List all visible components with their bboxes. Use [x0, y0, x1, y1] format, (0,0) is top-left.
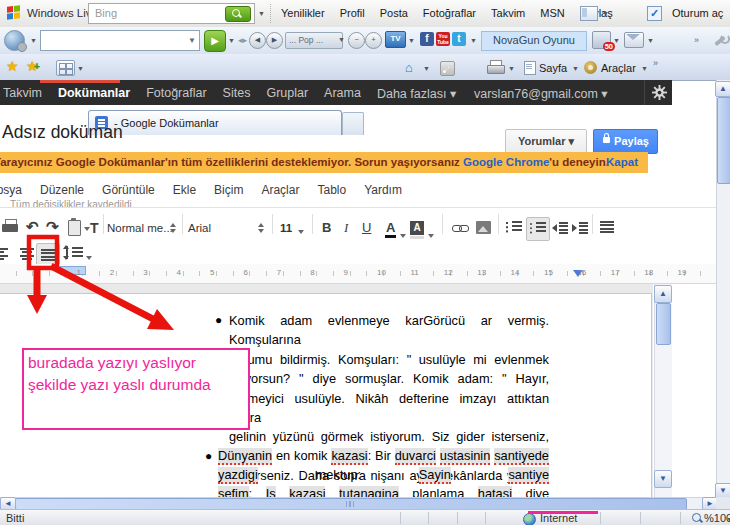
paragraph-style-select[interactable]: Normal me...	[107, 222, 173, 234]
bulleted-list-button[interactable]	[526, 217, 550, 241]
go-dropdown-icon[interactable]: ▼	[228, 37, 235, 44]
media-player-display[interactable]: ... Pop ...	[285, 32, 343, 49]
globe-settings-icon[interactable]	[4, 30, 25, 51]
chrome-link[interactable]: Google Chrome	[463, 156, 549, 168]
misspelled-word[interactable]: Dünyanin	[218, 448, 272, 465]
insert-link-icon[interactable]	[452, 225, 468, 232]
browser-vscrollbar-thumb[interactable]	[717, 97, 730, 184]
wrench-icon[interactable]	[712, 33, 726, 47]
paragraph-2[interactable]: ● Dünyanin en komik kazasi: Bir duvarci …	[203, 447, 549, 498]
page-menu-button[interactable]: Sayfa	[539, 62, 567, 74]
zoom-dropdown-icon[interactable]: ▼	[726, 516, 730, 523]
toolbar-search-input[interactable]: ▼	[40, 30, 200, 51]
twitter-icon[interactable]: t	[452, 32, 466, 46]
doc-text-line[interactable]: Dünyanin en komik kazasi: Bir duvarci us…	[203, 447, 549, 485]
toolbar-pin-icon[interactable]: ◂▸	[238, 35, 247, 45]
web-clipboard-icon[interactable]	[68, 220, 81, 236]
overflow-chevron-icon[interactable]: »	[694, 35, 699, 45]
text-color-dropdown-icon[interactable]	[400, 234, 406, 238]
highlight-dropdown-icon[interactable]	[428, 234, 434, 238]
undo-button[interactable]: ↶	[26, 218, 39, 236]
doc-text-line[interactable]: sefim: Is kazasi tutanagina planlama hat…	[203, 485, 549, 498]
tv-icon[interactable]: TV	[385, 31, 406, 48]
add-favorite-icon[interactable]: ★	[26, 58, 39, 74]
mail-icon[interactable]	[624, 32, 644, 48]
menu-ekle[interactable]: Ekle	[173, 183, 196, 197]
misspelled-word[interactable]: ustasinin	[440, 448, 491, 465]
home-dropdown-icon[interactable]: ▼	[423, 65, 430, 72]
bold-button[interactable]: B	[322, 220, 331, 235]
go-button[interactable]: ▶	[204, 30, 226, 52]
gbar-item-fotograflar[interactable]: Fotoğraflar	[146, 86, 206, 101]
new-tab-stub[interactable]	[342, 112, 364, 135]
doc-text-line[interactable]: durumu bildirmiş. Komşuları: " usulüyle …	[213, 350, 549, 369]
text-color-button[interactable]: A	[386, 220, 395, 235]
doc-scroll-down-icon[interactable]: ▼	[654, 470, 672, 488]
doc-text[interactable]	[451, 467, 509, 482]
youtube-icon[interactable]: You Tube	[436, 32, 450, 46]
doc-text-line[interactable]: görmeyici usulüyle. Nikâh defterine imza…	[213, 389, 549, 428]
media-next-button[interactable]: ▶	[266, 32, 283, 49]
facebook-icon[interactable]: f	[420, 32, 434, 46]
link-profil[interactable]: Profil	[340, 7, 365, 19]
highlight-color-button[interactable]: A	[410, 221, 424, 235]
align-left-button[interactable]	[0, 248, 8, 262]
gbar-item-daha-fazlasi[interactable]: Daha fazlası ▾	[377, 86, 456, 101]
tv-dropdown-icon[interactable]: ▼	[408, 37, 415, 44]
checkbox-icon[interactable]: ✓	[647, 6, 662, 21]
menu-tablo[interactable]: Tablo	[317, 183, 346, 197]
gbar-item-gruplar[interactable]: Gruplar	[266, 86, 308, 101]
spacing-dropdown-icon[interactable]	[86, 256, 92, 260]
paint-format-button[interactable]: T	[90, 220, 99, 236]
share-button[interactable]: Paylaş	[593, 129, 658, 154]
link-msn[interactable]: MSN	[540, 7, 564, 19]
menu-bicim[interactable]: Biçim	[214, 183, 243, 197]
font-size-select[interactable]: 11	[280, 222, 292, 234]
scroll-up-icon[interactable]: ▲	[715, 81, 730, 97]
sign-in-link[interactable]: Oturum aç	[672, 7, 723, 19]
print-button[interactable]	[2, 222, 18, 234]
tab-google-dokumanlar[interactable]: - Google Dokümanlar	[88, 110, 342, 135]
link-fotograflar[interactable]: Fotoğraflar	[423, 7, 476, 19]
numbered-list-button[interactable]	[506, 221, 522, 235]
left-indent-marker[interactable]	[60, 266, 86, 275]
link-takvim[interactable]: Takvim	[491, 7, 525, 19]
account-email[interactable]: varslan76@gmail.com ▾	[474, 86, 608, 101]
doc-text[interactable]: : Bir	[368, 448, 395, 463]
insert-image-icon[interactable]	[476, 221, 491, 234]
menu-duzenle[interactable]: Düzenle	[40, 183, 84, 197]
quick-tabs-icon[interactable]	[56, 60, 75, 76]
doc-text[interactable]: mektup:	[258, 467, 419, 482]
underline-button[interactable]: U	[362, 220, 371, 235]
doc-text-line[interactable]: istiyorsun? " diye sormuşlar. Komik adam…	[213, 369, 549, 388]
justify-icon[interactable]	[600, 221, 614, 235]
search-dropdown-icon[interactable]: ▼	[258, 10, 265, 17]
redo-button[interactable]: ↷	[46, 218, 59, 236]
gbar-item-sites[interactable]: Sites	[223, 86, 251, 101]
page-dropdown-icon[interactable]: ▼	[572, 65, 579, 72]
misspelled-word[interactable]: kazasi	[331, 448, 367, 465]
doc-text-line[interactable]: Komik adam evlenmeye karGörücü ar vermiş…	[213, 311, 549, 350]
volume-down-button[interactable]: −	[348, 32, 365, 49]
comments-button[interactable]: Yorumlar ▾	[505, 129, 587, 154]
misspelled-word[interactable]: Sayin	[419, 467, 451, 484]
quick-tabs-dropdown-icon[interactable]: ▼	[77, 65, 84, 72]
size-dropdown-icon[interactable]	[298, 230, 304, 234]
doc-scroll-up-icon[interactable]: ▲	[654, 285, 672, 303]
menu-dosya[interactable]: Dosya	[0, 183, 22, 197]
media-prev-button[interactable]: ◀	[249, 32, 266, 49]
settings-gear-button[interactable]	[644, 80, 673, 105]
link-yenilikler[interactable]: Yenilikler	[281, 7, 325, 19]
menu-goruntule[interactable]: Görüntüle	[102, 183, 155, 197]
novagun-button[interactable]: NovaGun Oyunu	[481, 31, 587, 51]
player-dropdown-icon[interactable]: ▼	[338, 36, 345, 43]
outdent-button[interactable]	[552, 221, 568, 235]
doc-scrollbar-thumb[interactable]	[656, 303, 671, 345]
print-dropdown-icon[interactable]: ▼	[508, 65, 515, 72]
gbar-item-arama[interactable]: Arama	[324, 86, 361, 101]
gbar-item-dokumanlar[interactable]: Dokümanlar	[58, 86, 130, 101]
document-title[interactable]: Adsız doküman	[2, 122, 123, 143]
dismiss-link[interactable]: Kapat	[606, 156, 638, 168]
social-dropdown-icon[interactable]: ▼	[470, 37, 477, 44]
bing-search-input[interactable]: Bing	[88, 3, 255, 24]
